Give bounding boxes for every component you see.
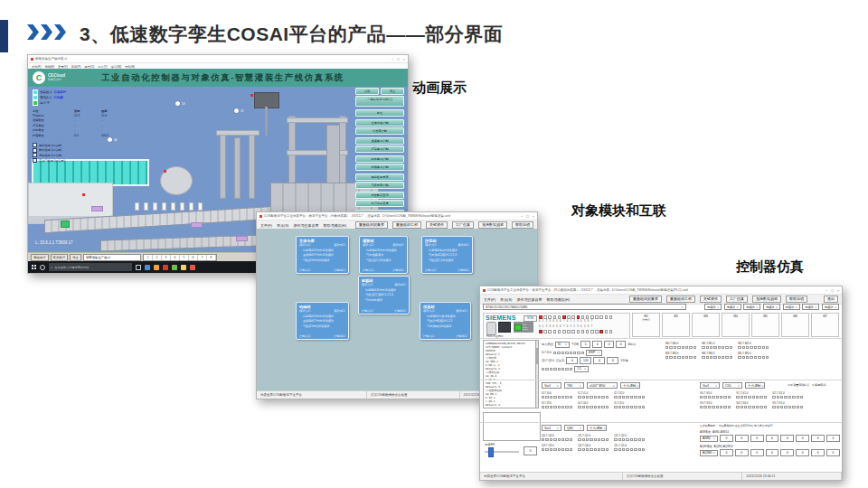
value-box[interactable]: 0: [607, 357, 618, 364]
bit-checkbox[interactable]: [702, 346, 704, 349]
bit-checkbox[interactable]: [738, 356, 741, 359]
bit-checkbox[interactable]: [590, 406, 592, 408]
bit-checkbox[interactable]: [561, 406, 564, 408]
module-slot[interactable]: M4: [722, 313, 750, 337]
slot-dropdown[interactable]: 无模块∨: [704, 304, 722, 310]
bit-checkbox[interactable]: [693, 356, 696, 359]
led-bit[interactable]: [562, 315, 566, 319]
bit-checkbox[interactable]: [800, 406, 803, 408]
bit-checkbox[interactable]: [712, 406, 714, 408]
bit-checkbox[interactable]: [642, 438, 645, 441]
bit-checkbox[interactable]: [752, 396, 755, 399]
toolbar-button[interactable]: 停止: [70, 254, 81, 261]
bit-checkbox[interactable]: [693, 346, 696, 349]
ai-channel-dropdown[interactable]: AIW0∨: [700, 436, 718, 442]
module-box[interactable]: 码垛站模块入口模块出口伺服电机X方向运动模块直线电机Y方向运动模块气缸(Z方向)…: [296, 302, 349, 340]
bit-checkbox[interactable]: [614, 438, 617, 441]
bit-checkbox[interactable]: [689, 346, 692, 349]
bit-checkbox[interactable]: [594, 396, 597, 399]
bit-checkbox[interactable]: [760, 396, 762, 399]
filter-dropdown[interactable]: x100* M50∨: [587, 382, 618, 389]
taskbar-app-icon[interactable]: [145, 265, 150, 270]
bit-checkbox[interactable]: [594, 448, 597, 451]
module-box[interactable]: 传送站模块入口模块出口伺服电机传送运动模块气缸(分拣)模块1,2,3气泵(吸取)…: [420, 302, 471, 340]
filter-dropdown[interactable]: Var1∨: [542, 382, 561, 389]
bit-checkbox[interactable]: [634, 406, 637, 408]
bit-checkbox[interactable]: [792, 406, 795, 408]
bit-checkbox[interactable]: ✓: [542, 438, 544, 441]
bit-checkbox[interactable]: [750, 346, 752, 349]
led-bit[interactable]: [558, 315, 561, 319]
scene-button[interactable]: 视觉检测系统: [355, 174, 404, 181]
checkbox[interactable]: [33, 143, 37, 147]
watch-listbox[interactable]: [483, 412, 541, 441]
bit-checkbox[interactable]: [665, 356, 668, 359]
analog-value-box[interactable]: 0: [750, 435, 764, 442]
bit-checkbox[interactable]: [590, 396, 592, 399]
analog-value-box[interactable]: 0: [735, 449, 749, 456]
bit-checkbox[interactable]: [706, 356, 709, 359]
action-button[interactable]: 关键操作: [426, 221, 448, 229]
bit-checkbox[interactable]: [578, 406, 580, 408]
bit-checkbox[interactable]: [741, 396, 743, 399]
bit-checkbox[interactable]: [565, 406, 568, 408]
menu-item[interactable]: 操作与仿真设置: [293, 223, 318, 228]
led-bit[interactable]: [539, 315, 542, 319]
bit-checkbox[interactable]: [634, 448, 637, 451]
action-button[interactable]: 工厂仿真: [452, 221, 474, 229]
start-button-icon[interactable]: [32, 265, 36, 269]
module-slot[interactable]: M7: [811, 313, 839, 337]
filter-dropdown[interactable]: Q80∨: [564, 425, 584, 431]
bit-checkbox[interactable]: [638, 448, 641, 451]
bit-checkbox[interactable]: [545, 448, 548, 451]
bit-checkbox[interactable]: [638, 406, 641, 408]
segment-cell[interactable]: 3: [162, 255, 171, 260]
filter-dropdown[interactable]: 十六进制∨: [587, 425, 607, 431]
bit-checkbox[interactable]: [622, 406, 625, 408]
module-box[interactable]: 灌装站模块入口模块出口伺服电机X方向运动模块气泵灌装模块气缸(顶升)运动模块控制…: [359, 236, 408, 274]
led-bit[interactable]: [581, 315, 585, 319]
scene-button[interactable]: 气路系统控制: [355, 182, 404, 189]
bit-checkbox[interactable]: [582, 396, 585, 399]
bit-checkbox[interactable]: [614, 448, 617, 451]
bit-checkbox[interactable]: [792, 396, 795, 399]
led-bit[interactable]: [595, 330, 599, 333]
bit-checkbox[interactable]: [606, 396, 609, 399]
toolbar-button[interactable]: 单步执行: [51, 254, 69, 261]
filter-dropdown[interactable]: 十六进制∨: [620, 382, 640, 389]
slot-dropdown[interactable]: 无模块∨: [802, 304, 819, 310]
module-slot[interactable]: M2: [662, 313, 690, 337]
filter-dropdown[interactable]: C50∨: [722, 382, 742, 389]
checkbox[interactable]: [33, 153, 37, 157]
segment-cell[interactable]: 4: [171, 255, 180, 260]
bit-checkbox[interactable]: [780, 406, 783, 408]
module-box[interactable]: 立体仓库模块入口模块出口伺服电机X方向运动模块直线电机Y方向运动模块气缸(Z方向…: [296, 236, 349, 274]
bit-checkbox[interactable]: [742, 356, 745, 359]
menu-item[interactable]: 编辑(E): [44, 65, 54, 69]
bit-checkbox[interactable]: [606, 438, 609, 441]
led-bit[interactable]: [599, 315, 603, 319]
led-bit[interactable]: [571, 330, 575, 333]
led-bit[interactable]: [539, 330, 542, 333]
action-button[interactable]: 帮助说明: [512, 221, 533, 229]
bit-checkbox[interactable]: [586, 406, 589, 408]
mode-dropdown[interactable]: ESP∨: [586, 350, 602, 356]
bit-checkbox[interactable]: [700, 406, 703, 408]
bit-checkbox[interactable]: [558, 368, 561, 371]
module-slot[interactable]: M6: [781, 313, 809, 337]
bit-checkbox[interactable]: [748, 406, 750, 408]
bit-checkbox[interactable]: [736, 396, 739, 399]
bit-checkbox[interactable]: [634, 438, 637, 441]
slot-dropdown[interactable]: 无模块∨: [783, 304, 800, 310]
bit-checkbox[interactable]: [750, 356, 752, 359]
bit-checkbox[interactable]: [758, 356, 760, 359]
segment-cell[interactable]: 1: [144, 255, 153, 260]
value-box[interactable]: 0: [592, 341, 602, 348]
close-icon[interactable]: ×: [533, 214, 534, 219]
bit-checkbox[interactable]: [723, 406, 726, 408]
bit-checkbox[interactable]: [561, 448, 564, 451]
bit-checkbox[interactable]: [570, 368, 572, 371]
scene-button[interactable]: 灌装单元控制: [355, 137, 404, 145]
taskbar-search[interactable]: ⌕ 在这里输入你要搜索的内容: [49, 263, 132, 271]
value-box[interactable]: 0: [604, 341, 614, 348]
